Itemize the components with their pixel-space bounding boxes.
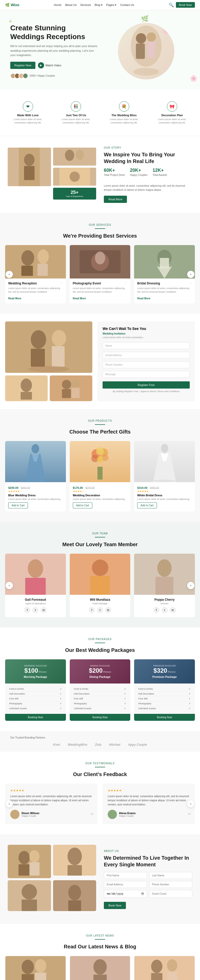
nav-home[interactable]: Home (54, 3, 61, 7)
service-read-more[interactable]: Read More (137, 297, 150, 300)
phone-input[interactable] (102, 361, 190, 368)
bliss-icon: 💐 (119, 101, 129, 111)
services-label: Our Services (5, 223, 195, 226)
instagram-icon[interactable]: in (170, 607, 176, 613)
packages-grid: Morning Package $100 /Person Morning Pac… (5, 659, 195, 721)
check-icon: ✓ (60, 692, 62, 695)
register-free-button[interactable]: Register Free (102, 381, 190, 388)
booking-button[interactable]: Booking Now (134, 714, 195, 721)
message-field-group (102, 371, 190, 378)
about-image-short2 (53, 168, 96, 186)
check-icon: ✓ (189, 702, 191, 705)
name-input[interactable] (102, 342, 190, 349)
nav-services[interactable]: Services (80, 3, 91, 7)
book-now-form-button[interactable]: Book Now (104, 902, 126, 909)
package-label: Premium Package (139, 665, 190, 667)
about-image-short (53, 148, 96, 165)
feature-item: Unlimited Guests ✓ (138, 706, 191, 711)
message-input[interactable] (102, 371, 190, 378)
hero-buttons: Register Now ▶ Watch Video (10, 62, 98, 69)
stat-item-couples: 20K+ Happy Couples (130, 168, 147, 181)
feature-item: Free Wifi ✓ (74, 696, 126, 701)
add-to-cart-button[interactable]: Add to Cart (73, 503, 93, 508)
booking-button[interactable]: Booking Now (5, 714, 66, 721)
feature-item: Hall Decoration ✓ (74, 692, 126, 696)
about-stat: 25+ Year of Experience (53, 188, 96, 200)
service-read-more[interactable]: Read More (8, 297, 21, 300)
feature-item: Food & Drinks ✓ (138, 687, 191, 692)
heart-icon[interactable]: ♡ (189, 282, 192, 285)
check-icon: ✓ (124, 697, 126, 700)
phone-input[interactable] (149, 881, 192, 888)
heart-icon[interactable]: ♡ (60, 282, 63, 285)
feature-item-decoration: 🎀 Decoration Plan Lorem ipsum dolor sit … (150, 97, 195, 128)
gift-content: $310.00 $450.00 ★★★★★ White Bridal Dress… (134, 482, 195, 511)
couple-sub-image-2 (50, 375, 92, 401)
blog-card-1: December 12, 2023 How You Can Create Spe… (5, 956, 66, 980)
twitter-icon[interactable]: t (32, 607, 38, 613)
search-icon[interactable]: 🔍 (169, 3, 174, 8)
team-next-arrow[interactable]: › (187, 582, 194, 589)
hero-image: 🌸 (102, 23, 190, 80)
gift-old-price: $450.00 (150, 487, 159, 489)
guest-count-input[interactable] (149, 890, 192, 898)
contact-row (104, 881, 192, 888)
email-input[interactable] (104, 881, 147, 888)
flower-icon: 🌸 (190, 75, 197, 82)
booking-button[interactable]: Booking Now (70, 714, 131, 721)
name-field-group (102, 342, 190, 349)
details-row (104, 890, 192, 898)
team-prev-arrow[interactable]: ‹ (6, 582, 13, 589)
email-input[interactable] (102, 352, 190, 359)
services-carousel: ♡ Wedding Reception Lorem ipsum dolor si… (5, 245, 195, 304)
about-read-more-button[interactable]: Read More (104, 196, 127, 203)
check-icon: ✓ (60, 697, 62, 700)
instagram-icon[interactable]: in (105, 607, 111, 613)
watch-video-button[interactable]: ▶ Watch Video (38, 62, 61, 68)
nav-about[interactable]: About Us (65, 3, 77, 7)
date-input[interactable] (104, 890, 147, 898)
testimonial-author: Dixon Wilson Happy Couple (10, 810, 92, 819)
package-name: Morning Package (10, 675, 61, 678)
gift-title: Wedding Decoration (73, 494, 128, 497)
facebook-icon[interactable]: f (24, 607, 30, 613)
gifts-grid: $200.00 $350.00 ★★★★★ Blue Wedding Dress… (5, 441, 195, 511)
registration-form: We Can't Wait To See You Wedding Invitat… (98, 321, 195, 401)
book-now-button[interactable]: Book Now (176, 2, 195, 8)
twitter-icon[interactable]: t (162, 607, 168, 613)
partner-logo-zola: Zola (95, 743, 101, 746)
services-next-arrow[interactable]: › (187, 271, 194, 278)
nav-contact[interactable]: Contact Us (120, 3, 134, 7)
testimonials-next-arrow[interactable]: › (187, 800, 194, 807)
facebook-icon[interactable]: f (89, 607, 95, 613)
twitter-icon[interactable]: t (97, 607, 103, 613)
package-header-premium: Premium Package $320 /Person Premium Pac… (134, 659, 195, 684)
add-to-cart-button[interactable]: Add to Cart (137, 503, 157, 508)
heart-icon[interactable]: ♡ (124, 282, 127, 285)
feature-item: Photography ✓ (74, 701, 126, 706)
facebook-icon[interactable]: f (153, 607, 159, 613)
register-button[interactable]: Register Now (10, 62, 35, 69)
nav-blog[interactable]: Blog ▾ (94, 3, 102, 7)
service-image-photo (70, 245, 131, 278)
services-prev-arrow[interactable]: ‹ (6, 271, 13, 278)
service-read-more[interactable]: Read More (73, 297, 86, 300)
partners-logos: Knot WeddingWire Zola Hitched Appy Coupl… (10, 743, 190, 746)
blog-card-2: December 15, 2023 First Anniversary Gift… (70, 956, 131, 980)
testimonial-text: Lorem ipsum dolor sit amet, consectetur … (10, 794, 92, 807)
first-name-input[interactable] (104, 872, 147, 879)
couple-sub-images (5, 375, 92, 401)
email-field-group (102, 352, 190, 359)
last-name-input[interactable] (149, 872, 192, 879)
gift-title: Blue Wedding Dress (8, 494, 63, 497)
check-icon: ✓ (189, 692, 191, 695)
svg-point-33 (21, 379, 32, 392)
instagram-icon[interactable]: in (41, 607, 47, 613)
logo[interactable]: 🌿 Wixo (5, 3, 19, 7)
gift-price: $310.00 (137, 486, 147, 489)
nav-pages[interactable]: Pages ▾ (106, 3, 117, 7)
testimonials-prev-arrow[interactable]: ‹ (6, 800, 13, 807)
svg-point-84 (167, 959, 178, 972)
add-to-cart-button[interactable]: Add to Cart (8, 503, 28, 508)
gift-content: $200.00 $350.00 ★★★★★ Blue Wedding Dress… (5, 482, 66, 511)
